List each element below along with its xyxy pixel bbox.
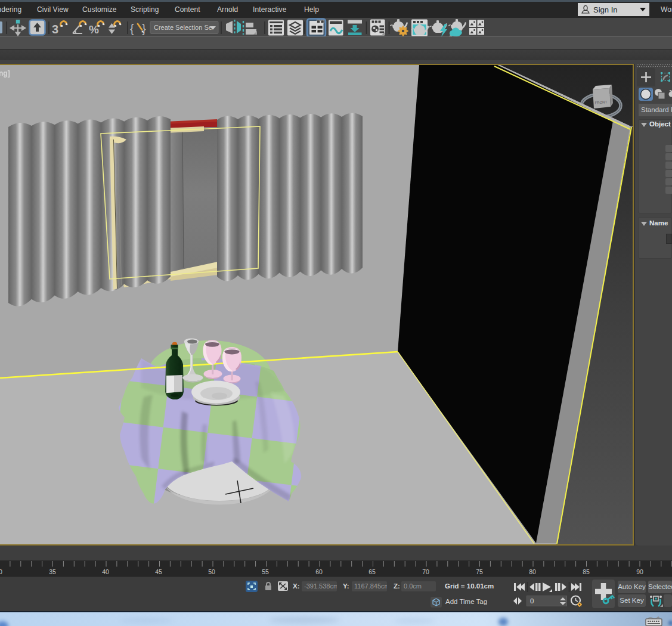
- svg-text:70: 70: [422, 568, 429, 575]
- svg-text:40: 40: [102, 568, 109, 575]
- svg-text:30: 30: [0, 568, 2, 575]
- svg-text:3: 3: [52, 23, 58, 36]
- svg-text:90: 90: [636, 568, 643, 575]
- svg-text:ng]: ng]: [0, 69, 10, 78]
- svg-text:80: 80: [529, 568, 536, 575]
- svg-text:}: }: [142, 22, 146, 35]
- svg-text:35: 35: [49, 568, 56, 575]
- svg-text:45: 45: [155, 568, 162, 575]
- svg-text:65: 65: [368, 568, 376, 575]
- svg-text:Create Selection Se: Create Selection Se: [154, 24, 212, 31]
- svg-text:55: 55: [262, 568, 269, 575]
- svg-text:85: 85: [583, 568, 590, 575]
- svg-text:{: {: [130, 22, 134, 35]
- svg-text:50: 50: [208, 568, 215, 575]
- svg-text:75: 75: [476, 568, 483, 575]
- svg-text:60: 60: [315, 568, 323, 575]
